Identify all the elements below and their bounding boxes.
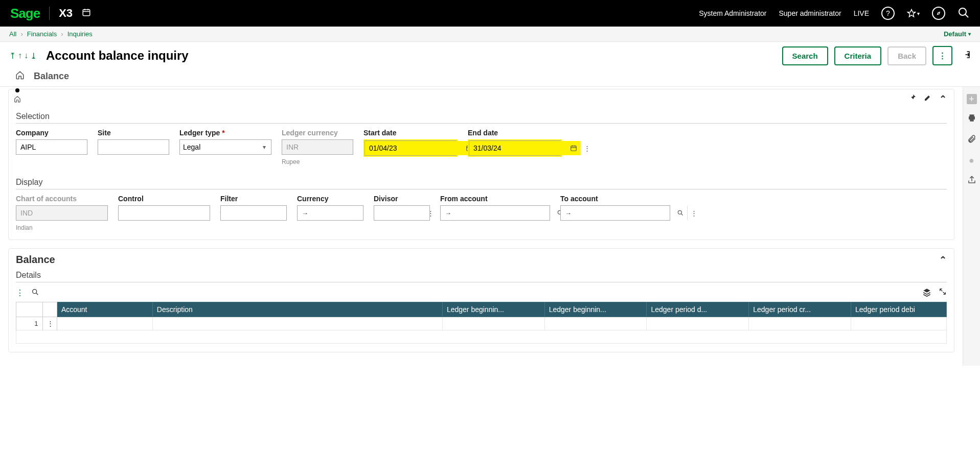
title-bar: ⤒ ↑ ↓ ⤓ Account balance inquiry Search C… — [0, 42, 980, 68]
site-label: Site — [98, 129, 169, 137]
company-label: Company — [16, 129, 87, 137]
table-row[interactable]: 1 ⋮ — [16, 317, 947, 330]
collapse-icon[interactable]: ⌃ — [939, 254, 947, 266]
first-record-icon[interactable]: ⤒ — [9, 51, 16, 61]
add-icon[interactable]: + — [967, 94, 977, 104]
more-actions-button[interactable]: ⋮ — [932, 46, 952, 65]
edit-icon[interactable] — [924, 93, 932, 105]
pin-icon[interactable] — [908, 93, 917, 105]
end-date-input-group: ⋮ — [469, 140, 561, 156]
ledger-currency-label: Ledger currency — [282, 129, 353, 137]
ledger-type-select-group: Legal — [179, 139, 271, 155]
exit-icon[interactable] — [962, 50, 971, 62]
more-icon[interactable]: ⋮ — [580, 141, 594, 155]
admin-level[interactable]: Super administrator — [779, 9, 841, 17]
prev-record-icon[interactable]: ↑ — [18, 51, 22, 61]
start-date-input-group: ⋮ — [364, 140, 457, 156]
grid-menu-col — [42, 302, 57, 317]
breadcrumb-financials[interactable]: Financials — [27, 30, 57, 38]
ledger-type-label: Ledger type * — [179, 129, 271, 137]
svg-rect-5 — [571, 146, 577, 151]
grid-toolbar: ⋮ — [16, 288, 947, 299]
comment-icon[interactable]: ● — [969, 155, 974, 166]
ledger-type-select[interactable]: Legal — [180, 140, 271, 154]
to-account-input[interactable] — [576, 206, 674, 220]
criteria-button[interactable]: Criteria — [834, 46, 882, 65]
coa-label: Chart of accounts — [16, 195, 108, 203]
ledger-currency-helper: Rupee — [282, 158, 353, 165]
home-icon[interactable] — [15, 70, 25, 82]
search-icon[interactable] — [958, 7, 970, 20]
col-ledger-begin-2[interactable]: Ledger beginnin... — [544, 302, 647, 317]
from-account-input[interactable] — [456, 206, 554, 220]
grid-more-icon[interactable]: ⋮ — [16, 288, 24, 298]
col-ledger-begin-1[interactable]: Ledger beginnin... — [442, 302, 544, 317]
search-button[interactable]: Search — [782, 46, 828, 65]
lookup-icon[interactable] — [674, 206, 687, 220]
calendar-icon[interactable] — [567, 141, 580, 155]
favorite-icon[interactable]: ▾ — [907, 9, 920, 18]
start-date-input[interactable] — [365, 141, 463, 155]
calendar-icon[interactable] — [82, 8, 91, 19]
sub-nav: Balance — [0, 68, 980, 87]
right-rail: + ● — [963, 87, 980, 366]
col-ledger-period-cr[interactable]: Ledger period cr... — [749, 302, 851, 317]
default-label: Default — [944, 30, 966, 38]
control-label: Control — [118, 195, 210, 203]
cell-account[interactable] — [57, 317, 152, 330]
row-number: 1 — [16, 317, 43, 330]
coa-helper: Indian — [16, 224, 108, 231]
cell[interactable] — [647, 317, 749, 330]
print-icon[interactable] — [967, 113, 976, 125]
selection-heading: Selection — [16, 112, 947, 124]
svg-point-1 — [959, 8, 966, 15]
coa-input-group — [16, 205, 108, 221]
collapse-icon[interactable]: ⌃ — [939, 93, 947, 105]
arrow-icon: → — [298, 209, 313, 217]
logo: Sage — [10, 6, 40, 21]
filter-input-group: ⋮ — [220, 205, 287, 221]
expand-icon[interactable] — [939, 288, 947, 299]
row-menu-icon[interactable]: ⋮ — [42, 317, 57, 330]
control-input[interactable] — [119, 206, 216, 220]
next-record-icon[interactable]: ↓ — [24, 51, 28, 61]
last-record-icon[interactable]: ⤓ — [30, 51, 37, 61]
back-button[interactable]: Back — [887, 46, 926, 65]
grid-corner — [16, 302, 43, 317]
col-description[interactable]: Description — [152, 302, 442, 317]
cell-description[interactable] — [152, 317, 442, 330]
breadcrumb-all[interactable]: All — [9, 30, 16, 38]
breadcrumb-sep: › — [20, 30, 22, 38]
help-icon[interactable]: ? — [881, 7, 895, 20]
user-role[interactable]: System Administrator — [699, 9, 766, 17]
breadcrumb-sep: › — [61, 30, 63, 38]
subnav-balance[interactable]: Balance — [34, 71, 69, 82]
col-account[interactable]: Account — [57, 302, 152, 317]
to-account-label: To account — [560, 195, 670, 203]
breadcrumb-inquiries[interactable]: Inquiries — [67, 30, 93, 38]
grid-search-icon[interactable] — [31, 288, 39, 298]
grid-empty-area — [16, 330, 947, 344]
cell[interactable] — [544, 317, 647, 330]
end-date-input[interactable] — [469, 141, 567, 155]
control-input-group: ⋮ — [118, 205, 210, 221]
attachment-icon[interactable] — [967, 134, 976, 146]
svg-point-10 — [33, 290, 37, 294]
home-icon-small[interactable] — [14, 95, 21, 104]
share-icon[interactable] — [967, 175, 976, 187]
currency-input-group: → ⋮ — [297, 205, 363, 221]
layers-icon[interactable] — [922, 288, 931, 299]
more-icon[interactable]: ⋮ — [687, 206, 700, 220]
start-date-label: Start date — [363, 129, 458, 137]
company-input-group: ⋮ — [16, 139, 87, 155]
selection-panel: ⌃ Selection Company ⋮ Site — [8, 89, 954, 240]
col-ledger-period-debi[interactable]: Ledger period debi — [851, 302, 947, 317]
cell[interactable] — [749, 317, 851, 330]
compass-icon[interactable] — [932, 7, 945, 20]
cell[interactable] — [851, 317, 947, 330]
default-dropdown[interactable]: Default ▾ — [944, 30, 971, 38]
col-ledger-period-d[interactable]: Ledger period d... — [647, 302, 749, 317]
display-heading: Display — [16, 178, 947, 189]
svg-rect-0 — [83, 9, 90, 15]
cell[interactable] — [442, 317, 544, 330]
